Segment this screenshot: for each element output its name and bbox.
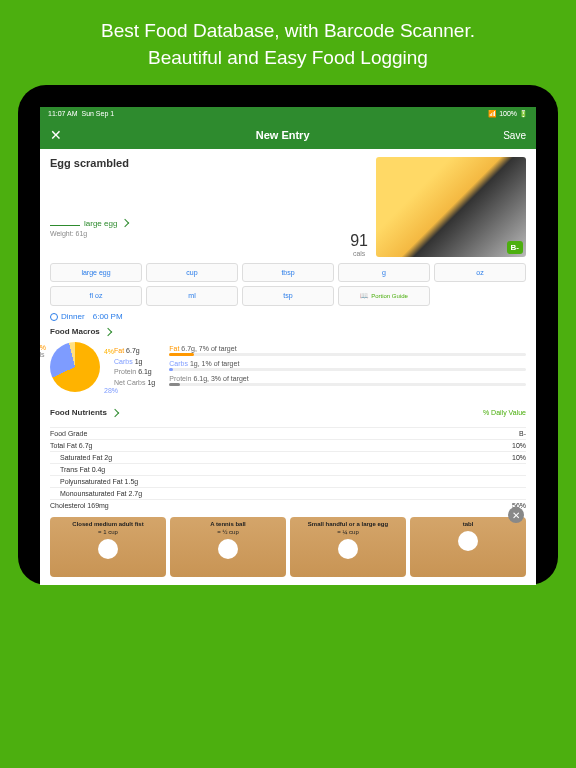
macro-item: Fat 6.7g [114, 346, 155, 357]
portion-card[interactable]: tabl [410, 517, 526, 577]
portion-selector[interactable]: large egg [50, 219, 342, 228]
chevron-up-icon [120, 219, 128, 227]
portion-guide-cards[interactable]: ✕ Closed medium adult fist= 1 cupA tenni… [50, 517, 526, 577]
nutrient-table: Food GradeB-Total Fat 6.7g10%Saturated F… [50, 427, 526, 511]
nutrient-row: Polyunsaturated Fat 1.5g [50, 475, 526, 487]
nutrient-row: Saturated Fat 2g10% [50, 451, 526, 463]
portion-guide-button[interactable]: 📖 Portion Guide [338, 286, 430, 306]
book-icon: 📖 [360, 292, 369, 300]
nutrient-row: Total Fat 6.7g10% [50, 439, 526, 451]
target-list: Fat 6.7g, 7% of targetCarbs 1g, 1% of ta… [169, 345, 526, 390]
meal-time-selector[interactable]: Dinner 6:00 PM [50, 312, 526, 321]
unit-button[interactable]: g [338, 263, 430, 282]
food-image: B- [376, 157, 526, 257]
clock-icon [50, 313, 58, 321]
unit-button[interactable]: cup [146, 263, 238, 282]
macros-title[interactable]: Food Macros [50, 327, 526, 336]
unit-button[interactable]: fl oz [50, 286, 142, 306]
food-name: Egg scrambled [50, 157, 342, 169]
units-grid: large eggcuptbspgozfl ozmltsp📖 Portion G… [50, 263, 526, 306]
promo-text: Best Food Database, with Barcode Scanner… [81, 0, 495, 85]
target-row: Protein 6.1g, 3% of target [169, 375, 526, 386]
macro-item: Protein 6.1g [114, 367, 155, 378]
status-bar: 11:07 AM Sun Sep 1 📶 100% 🔋 [40, 107, 536, 121]
food-header: Egg scrambled large egg Weight: 61g 91 c… [50, 157, 526, 257]
portion-card[interactable]: A tennis ball= ½ cup [170, 517, 286, 577]
nutrient-row: Food GradeB- [50, 427, 526, 439]
nutrients-header: Food Nutrients % Daily Value [50, 402, 526, 423]
portion-card[interactable]: Closed medium adult fist= 1 cup [50, 517, 166, 577]
macro-item: Carbs 1g [114, 357, 155, 368]
macro-item: Net Carbs 1g [114, 378, 155, 389]
page-title: New Entry [256, 129, 310, 141]
chevron-up-icon [111, 408, 119, 416]
save-button[interactable]: Save [503, 130, 526, 141]
chevron-up-icon [104, 327, 112, 335]
unit-button[interactable]: tbsp [242, 263, 334, 282]
unit-button[interactable]: large egg [50, 263, 142, 282]
unit-button[interactable]: tsp [242, 286, 334, 306]
macro-list: Fat 6.7gCarbs 1gProtein 6.1gNet Carbs 1g [114, 346, 155, 388]
unit-button[interactable]: oz [434, 263, 526, 282]
nutrient-row: Trans Fat 0.4g [50, 463, 526, 475]
nutrient-row: Monounsaturated Fat 2.7g [50, 487, 526, 499]
nutrients-title[interactable]: Food Nutrients [50, 408, 118, 417]
content: Egg scrambled large egg Weight: 61g 91 c… [40, 149, 536, 585]
calories: 91 cals [350, 232, 368, 257]
grade-badge: B- [507, 241, 523, 254]
daily-value-label: % Daily Value [483, 409, 526, 416]
macros-pie-chart [50, 342, 100, 392]
unit-button[interactable]: ml [146, 286, 238, 306]
macros-row: 68%cals 4% 28% Fat 6.7gCarbs 1gProtein 6… [50, 342, 526, 392]
target-row: Fat 6.7g, 7% of target [169, 345, 526, 356]
portion-card[interactable]: Small handful or a large egg= ¼ cup [290, 517, 406, 577]
nutrient-row: Cholesterol 169mg56% [50, 499, 526, 511]
target-row: Carbs 1g, 1% of target [169, 360, 526, 371]
close-button[interactable]: ✕ [50, 127, 62, 143]
nav-bar: ✕ New Entry Save [40, 121, 536, 149]
tablet-frame: 11:07 AM Sun Sep 1 📶 100% 🔋 ✕ New Entry … [18, 85, 558, 585]
screen: 11:07 AM Sun Sep 1 📶 100% 🔋 ✕ New Entry … [40, 107, 536, 585]
weight-label: Weight: 61g [50, 230, 342, 237]
